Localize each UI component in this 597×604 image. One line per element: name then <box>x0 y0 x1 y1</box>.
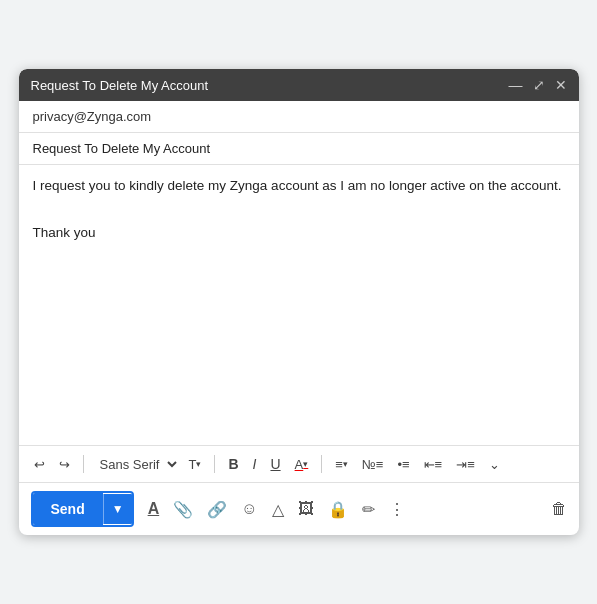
pen-button[interactable]: ✏ <box>362 500 375 519</box>
bullet-list-button[interactable]: •≡ <box>392 453 414 476</box>
undo-button[interactable]: ↩ <box>29 453 50 476</box>
delete-button[interactable]: 🗑 <box>551 500 567 518</box>
to-value: privacy@Zynga.com <box>33 109 152 124</box>
bold-button[interactable]: B <box>223 452 243 476</box>
separator-1 <box>83 455 84 473</box>
numbered-list-button[interactable]: №≡ <box>357 453 389 476</box>
separator-2 <box>214 455 215 473</box>
link-button[interactable]: 🔗 <box>207 500 227 519</box>
to-field: privacy@Zynga.com <box>19 101 579 133</box>
close-button[interactable]: ✕ <box>555 77 567 93</box>
subject-value: Request To Delete My Account <box>33 141 211 156</box>
title-bar: Request To Delete My Account — ⤢ ✕ <box>19 69 579 101</box>
expand-button[interactable]: ⤢ <box>533 77 545 93</box>
send-group: Send ▼ <box>31 491 134 527</box>
title-bar-controls: — ⤢ ✕ <box>509 77 567 93</box>
send-button[interactable]: Send <box>33 493 103 525</box>
minimize-button[interactable]: — <box>509 77 523 93</box>
emoji-button[interactable]: ☺ <box>241 500 257 518</box>
font-family-select[interactable]: Sans Serif <box>92 454 180 475</box>
subject-field: Request To Delete My Account <box>19 133 579 165</box>
font-size-button[interactable]: T▾ <box>184 453 207 476</box>
text-color-button[interactable]: A▾ <box>290 453 314 476</box>
lock-button[interactable]: 🔒 <box>328 500 348 519</box>
compose-window: Request To Delete My Account — ⤢ ✕ priva… <box>19 69 579 535</box>
body-line-1: I request you to kindly delete my Zynga … <box>33 175 565 197</box>
window-title: Request To Delete My Account <box>31 78 209 93</box>
send-row: Send ▼ A 📎 🔗 ☺ △ 🖼 🔒 ✏ ⋮ 🗑 <box>19 482 579 535</box>
body-line-2 <box>33 199 565 221</box>
more-options-button[interactable]: ⋮ <box>389 500 405 519</box>
send-dropdown-button[interactable]: ▼ <box>103 494 132 524</box>
indent-increase-button[interactable]: ⇥≡ <box>451 453 480 476</box>
align-button[interactable]: ≡▾ <box>330 453 353 476</box>
attach-button[interactable]: 📎 <box>173 500 193 519</box>
indent-decrease-button[interactable]: ⇤≡ <box>419 453 448 476</box>
underline-button[interactable]: U <box>265 452 285 476</box>
italic-button[interactable]: I <box>248 452 262 476</box>
toolbar-more-button[interactable]: ⌄ <box>484 453 505 476</box>
redo-button[interactable]: ↪ <box>54 453 75 476</box>
formatting-toolbar: ↩ ↪ Sans Serif T▾ B I U A▾ ≡▾ №≡ •≡ ⇤≡ ⇥… <box>19 445 579 482</box>
body-area[interactable]: I request you to kindly delete my Zynga … <box>19 165 579 445</box>
photo-button[interactable]: 🖼 <box>298 500 314 518</box>
separator-3 <box>321 455 322 473</box>
drive-button[interactable]: △ <box>272 500 284 519</box>
body-line-3: Thank you <box>33 222 565 244</box>
format-text-button[interactable]: A <box>148 500 160 518</box>
